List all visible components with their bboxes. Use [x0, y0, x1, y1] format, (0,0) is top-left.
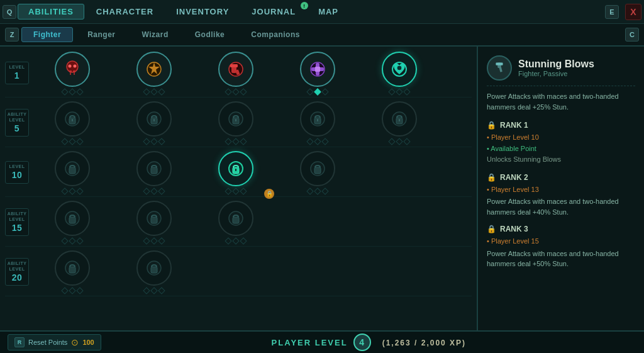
ability-icon-15-3[interactable]: [218, 201, 253, 236]
ability-icon-10-2[interactable]: [136, 151, 172, 186]
ability-icon-15-2[interactable]: [136, 201, 172, 236]
svg-rect-30: [399, 119, 400, 121]
ability-slot-10-1[interactable]: [31, 151, 113, 194]
svg-rect-8: [230, 64, 238, 67]
ability-icon-1-1[interactable]: [55, 52, 90, 87]
abilities-grid-15: [29, 201, 472, 244]
key-q: Q: [3, 5, 16, 19]
ability-icon-10-4[interactable]: [300, 151, 335, 186]
svg-rect-13: [315, 67, 320, 72]
ability-icon-20-2[interactable]: [136, 250, 172, 286]
skill-title-group: Stunning Blows Fighter, Passive: [518, 59, 594, 77]
svg-rect-24: [235, 119, 236, 121]
level-rows: LEVEL 1: [0, 47, 477, 330]
skill-header: Stunning Blows Fighter, Passive: [487, 55, 635, 86]
sub-tab-fighter[interactable]: Fighter: [21, 27, 73, 42]
skill-icon-small: [487, 55, 512, 81]
ability-slot-1-3[interactable]: [195, 52, 277, 94]
ability-icon-10-1[interactable]: [55, 151, 90, 186]
ability-icon-1-3[interactable]: [218, 52, 253, 87]
ability-slot-15-1[interactable]: [31, 201, 113, 244]
svg-rect-41: [69, 217, 75, 223]
rank-lock-icon-3: 🔒: [487, 225, 496, 233]
ability-diamonds-1-5: [389, 89, 409, 94]
svg-rect-43: [151, 217, 157, 223]
ability-icon-5-1[interactable]: [55, 101, 90, 137]
ability-slot-15-2[interactable]: [113, 201, 195, 244]
svg-point-1: [69, 65, 72, 68]
ability-slot-1-1[interactable]: [31, 52, 113, 94]
reset-label: Reset Points: [28, 339, 67, 346]
sub-tab-wizard[interactable]: Wizard: [130, 27, 180, 42]
ability-slot-5-5[interactable]: [358, 101, 440, 144]
ability-slot-1-2[interactable]: [113, 52, 195, 94]
ability-slot-5-1[interactable]: [31, 101, 113, 144]
ability-icon-1-5[interactable]: [382, 52, 417, 87]
ability-slot-10-4[interactable]: [277, 151, 358, 194]
svg-point-15: [397, 65, 402, 70]
rank-desc-3: Power Attacks with maces and two-handed …: [487, 249, 635, 269]
ability-icon-5-5[interactable]: [382, 101, 417, 137]
svg-rect-34: [151, 167, 157, 174]
ability-icon-5-4[interactable]: [300, 101, 335, 137]
ability-slot-20-2[interactable]: [113, 250, 195, 293]
svg-point-2: [74, 65, 77, 68]
nav-tab-map[interactable]: MAP: [308, 4, 349, 20]
rank-req-level-2: • Player Level 13: [487, 186, 539, 193]
ability-icon-5-3[interactable]: [218, 101, 253, 137]
reset-amount: 100: [82, 339, 94, 346]
sub-tab-ranger[interactable]: Ranger: [75, 27, 127, 42]
level-row-5: ABILITY LEVEL 5: [5, 99, 472, 147]
bottom-bar: R Reset Points ⊙ 100 PLAYER LEVEL 4 (1,2…: [0, 330, 644, 353]
skill-type: Fighter, Passive: [518, 70, 594, 77]
ability-diamonds-1-1: [62, 89, 82, 94]
sub-navigation: Z Fighter Ranger Wizard Godlike Companio…: [0, 24, 644, 47]
rank-label-1: RANK 1: [500, 121, 528, 130]
ability-icon-5-2[interactable]: [136, 101, 172, 137]
nav-tab-abilities[interactable]: ABILITIES: [18, 4, 84, 20]
key-e: E: [605, 5, 619, 19]
skill-name: Stunning Blows: [518, 59, 594, 70]
ability-diamonds-1-3: [226, 89, 246, 94]
rank-req-2: • Player Level 13: [487, 184, 635, 196]
player-level-badge: 4: [353, 333, 371, 351]
ability-icon-15-1[interactable]: [55, 201, 90, 236]
close-button[interactable]: X: [625, 4, 641, 20]
ability-slot-1-4[interactable]: [277, 52, 358, 94]
nav-tab-journal[interactable]: JOURNAL !: [241, 4, 306, 20]
xp-display: (1,263 / 2,000 XP): [382, 339, 466, 347]
info-panel: Stunning Blows Fighter, Passive Power At…: [478, 47, 644, 330]
reset-key: R: [14, 337, 25, 347]
ability-slot-10-2[interactable]: [113, 151, 195, 194]
ability-icon-1-2[interactable]: [136, 52, 172, 87]
ability-slot-5-2[interactable]: [113, 101, 195, 144]
nav-tab-character[interactable]: CHARACTER: [86, 4, 164, 20]
abilities-grid-1: [29, 52, 472, 94]
ability-icon-20-1[interactable]: [55, 250, 90, 286]
ability-slot-5-4[interactable]: [277, 101, 358, 144]
abilities-grid-10: 🔒: [29, 151, 472, 194]
svg-rect-37: [235, 169, 236, 171]
ability-slot-15-3[interactable]: [195, 201, 277, 244]
reset-button[interactable]: R Reset Points ⊙ 100: [8, 334, 101, 350]
level-label-5: ABILITY LEVEL 5: [5, 109, 29, 137]
ability-slot-10-3[interactable]: 🔒: [195, 151, 277, 194]
ability-slot-20-1[interactable]: [31, 250, 113, 293]
ability-icon-1-4[interactable]: [300, 52, 335, 87]
rank-section-1: 🔒 RANK 1 • Player Level 10 • Available P…: [487, 121, 635, 165]
main-content: LEVEL 1: [0, 47, 644, 330]
sub-tab-companions[interactable]: Companions: [239, 27, 312, 42]
rank-header-2: 🔒 RANK 2: [487, 173, 635, 182]
rank-header-1: 🔒 RANK 1: [487, 121, 635, 130]
ability-slot-1-5[interactable]: [358, 52, 440, 94]
nav-tab-inventory[interactable]: INVENTORY: [165, 4, 240, 20]
ability-slot-5-3[interactable]: [195, 101, 277, 144]
rank-req-point-1: • Available Point: [487, 145, 536, 152]
skill-description: Power Attacks with maces and two-handed …: [487, 91, 635, 112]
xp-current: 1,263: [386, 339, 411, 347]
ability-icon-10-3[interactable]: [218, 151, 253, 186]
sub-tab-godlike[interactable]: Godlike: [183, 27, 237, 42]
key-c: C: [625, 28, 639, 42]
level-row-20: ABILITY LEVEL 20: [5, 248, 472, 296]
svg-rect-39: [314, 167, 321, 174]
